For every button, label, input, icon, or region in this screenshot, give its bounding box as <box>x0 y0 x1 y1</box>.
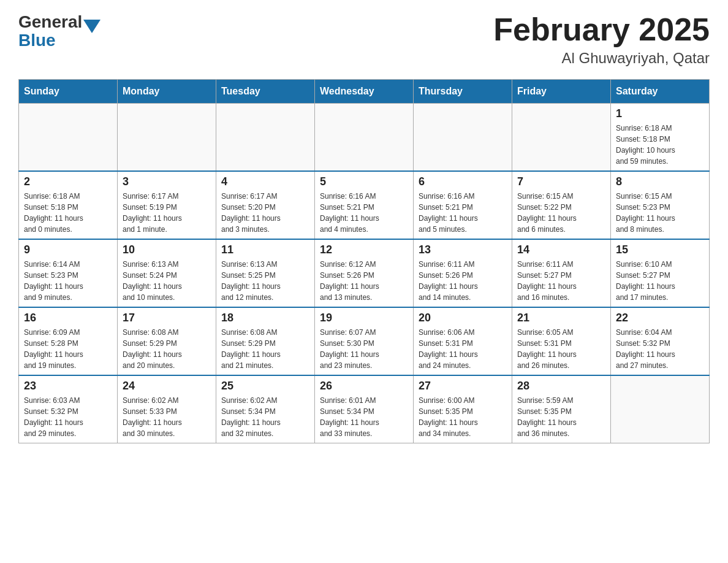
day-info: Sunrise: 6:13 AM Sunset: 5:25 PM Dayligh… <box>221 259 309 303</box>
calendar-cell: 1Sunrise: 6:18 AM Sunset: 5:18 PM Daylig… <box>611 104 710 172</box>
calendar-cell: 11Sunrise: 6:13 AM Sunset: 5:25 PM Dayli… <box>216 239 315 307</box>
header-saturday: Saturday <box>611 80 710 104</box>
calendar-cell <box>315 104 414 172</box>
day-number: 20 <box>419 312 507 324</box>
day-number: 5 <box>320 175 408 188</box>
calendar-cell: 2Sunrise: 6:18 AM Sunset: 5:18 PM Daylig… <box>19 171 118 239</box>
day-info: Sunrise: 6:16 AM Sunset: 5:21 PM Dayligh… <box>320 191 408 235</box>
calendar-subtitle: Al Ghuwayriyah, Qatar <box>493 50 710 67</box>
day-number: 23 <box>24 380 112 393</box>
day-info: Sunrise: 6:05 AM Sunset: 5:31 PM Dayligh… <box>517 327 605 371</box>
day-info: Sunrise: 6:14 AM Sunset: 5:23 PM Dayligh… <box>24 259 112 303</box>
calendar-cell: 18Sunrise: 6:08 AM Sunset: 5:29 PM Dayli… <box>216 307 315 375</box>
calendar-cell <box>611 375 710 443</box>
calendar-cell: 26Sunrise: 6:01 AM Sunset: 5:34 PM Dayli… <box>315 375 414 443</box>
calendar-table: Sunday Monday Tuesday Wednesday Thursday… <box>18 79 710 443</box>
calendar-cell: 3Sunrise: 6:17 AM Sunset: 5:19 PM Daylig… <box>118 171 216 239</box>
day-info: Sunrise: 6:07 AM Sunset: 5:30 PM Dayligh… <box>320 327 408 371</box>
calendar-cell: 7Sunrise: 6:15 AM Sunset: 5:22 PM Daylig… <box>512 171 611 239</box>
calendar-cell: 23Sunrise: 6:03 AM Sunset: 5:32 PM Dayli… <box>19 375 118 443</box>
day-number: 26 <box>320 380 408 393</box>
day-number: 9 <box>24 243 112 256</box>
day-info: Sunrise: 6:15 AM Sunset: 5:23 PM Dayligh… <box>616 191 704 235</box>
day-info: Sunrise: 6:04 AM Sunset: 5:32 PM Dayligh… <box>616 327 704 371</box>
day-number: 8 <box>616 175 704 188</box>
day-info: Sunrise: 6:13 AM Sunset: 5:24 PM Dayligh… <box>123 259 211 303</box>
calendar-cell: 9Sunrise: 6:14 AM Sunset: 5:23 PM Daylig… <box>19 239 118 307</box>
day-number: 18 <box>221 312 309 324</box>
calendar-cell: 6Sunrise: 6:16 AM Sunset: 5:21 PM Daylig… <box>414 171 512 239</box>
calendar-cell <box>512 104 611 172</box>
day-info: Sunrise: 6:17 AM Sunset: 5:19 PM Dayligh… <box>123 191 211 235</box>
day-number: 10 <box>123 243 211 256</box>
day-info: Sunrise: 6:17 AM Sunset: 5:20 PM Dayligh… <box>221 191 309 235</box>
day-info: Sunrise: 6:08 AM Sunset: 5:29 PM Dayligh… <box>221 327 309 371</box>
day-number: 7 <box>517 175 605 188</box>
calendar-cell: 17Sunrise: 6:08 AM Sunset: 5:29 PM Dayli… <box>118 307 216 375</box>
day-number: 12 <box>320 243 408 256</box>
day-info: Sunrise: 6:11 AM Sunset: 5:26 PM Dayligh… <box>419 259 507 303</box>
calendar-cell: 19Sunrise: 6:07 AM Sunset: 5:30 PM Dayli… <box>315 307 414 375</box>
day-number: 14 <box>517 243 605 256</box>
header-friday: Friday <box>512 80 611 104</box>
day-info: Sunrise: 6:01 AM Sunset: 5:34 PM Dayligh… <box>320 395 408 439</box>
header-sunday: Sunday <box>19 80 118 104</box>
calendar-cell: 28Sunrise: 5:59 AM Sunset: 5:35 PM Dayli… <box>512 375 611 443</box>
calendar-cell: 13Sunrise: 6:11 AM Sunset: 5:26 PM Dayli… <box>414 239 512 307</box>
header-monday: Monday <box>118 80 216 104</box>
day-number: 24 <box>123 380 211 393</box>
calendar-week-5: 23Sunrise: 6:03 AM Sunset: 5:32 PM Dayli… <box>19 375 710 443</box>
calendar-cell: 22Sunrise: 6:04 AM Sunset: 5:32 PM Dayli… <box>611 307 710 375</box>
calendar-week-1: 1Sunrise: 6:18 AM Sunset: 5:18 PM Daylig… <box>19 104 710 172</box>
calendar-cell: 15Sunrise: 6:10 AM Sunset: 5:27 PM Dayli… <box>611 239 710 307</box>
calendar-cell <box>216 104 315 172</box>
day-number: 21 <box>517 312 605 324</box>
calendar-title-block: February 2025 Al Ghuwayriyah, Qatar <box>493 12 710 67</box>
logo-blue-text: Blue <box>18 31 100 50</box>
calendar-week-4: 16Sunrise: 6:09 AM Sunset: 5:28 PM Dayli… <box>19 307 710 375</box>
calendar-cell: 12Sunrise: 6:12 AM Sunset: 5:26 PM Dayli… <box>315 239 414 307</box>
day-number: 6 <box>419 175 507 188</box>
day-info: Sunrise: 6:03 AM Sunset: 5:32 PM Dayligh… <box>24 395 112 439</box>
calendar-title: February 2025 <box>493 12 710 47</box>
day-info: Sunrise: 6:16 AM Sunset: 5:21 PM Dayligh… <box>419 191 507 235</box>
calendar-cell: 8Sunrise: 6:15 AM Sunset: 5:23 PM Daylig… <box>611 171 710 239</box>
calendar-cell: 27Sunrise: 6:00 AM Sunset: 5:35 PM Dayli… <box>414 375 512 443</box>
day-number: 1 <box>616 107 704 120</box>
day-info: Sunrise: 6:18 AM Sunset: 5:18 PM Dayligh… <box>616 123 704 167</box>
header-tuesday: Tuesday <box>216 80 315 104</box>
calendar-cell: 20Sunrise: 6:06 AM Sunset: 5:31 PM Dayli… <box>414 307 512 375</box>
logo: General Blue <box>18 12 100 50</box>
logo-general-text: General <box>18 12 82 32</box>
day-number: 4 <box>221 175 309 188</box>
day-number: 19 <box>320 312 408 324</box>
day-number: 2 <box>24 175 112 188</box>
day-number: 3 <box>123 175 211 188</box>
day-number: 16 <box>24 312 112 324</box>
day-number: 17 <box>123 312 211 324</box>
calendar-cell: 14Sunrise: 6:11 AM Sunset: 5:27 PM Dayli… <box>512 239 611 307</box>
calendar-cell <box>414 104 512 172</box>
day-info: Sunrise: 6:08 AM Sunset: 5:29 PM Dayligh… <box>123 327 211 371</box>
calendar-cell <box>118 104 216 172</box>
day-number: 25 <box>221 380 309 393</box>
calendar-cell: 25Sunrise: 6:02 AM Sunset: 5:34 PM Dayli… <box>216 375 315 443</box>
day-number: 13 <box>419 243 507 256</box>
day-info: Sunrise: 5:59 AM Sunset: 5:35 PM Dayligh… <box>517 395 605 439</box>
day-info: Sunrise: 6:06 AM Sunset: 5:31 PM Dayligh… <box>419 327 507 371</box>
day-info: Sunrise: 6:10 AM Sunset: 5:27 PM Dayligh… <box>616 259 704 303</box>
header-thursday: Thursday <box>414 80 512 104</box>
day-info: Sunrise: 6:00 AM Sunset: 5:35 PM Dayligh… <box>419 395 507 439</box>
calendar-week-3: 9Sunrise: 6:14 AM Sunset: 5:23 PM Daylig… <box>19 239 710 307</box>
day-info: Sunrise: 6:12 AM Sunset: 5:26 PM Dayligh… <box>320 259 408 303</box>
calendar-cell: 16Sunrise: 6:09 AM Sunset: 5:28 PM Dayli… <box>19 307 118 375</box>
calendar-cell: 10Sunrise: 6:13 AM Sunset: 5:24 PM Dayli… <box>118 239 216 307</box>
day-number: 28 <box>517 380 605 393</box>
calendar-cell: 4Sunrise: 6:17 AM Sunset: 5:20 PM Daylig… <box>216 171 315 239</box>
header-wednesday: Wednesday <box>315 80 414 104</box>
day-info: Sunrise: 6:15 AM Sunset: 5:22 PM Dayligh… <box>517 191 605 235</box>
calendar-cell: 24Sunrise: 6:02 AM Sunset: 5:33 PM Dayli… <box>118 375 216 443</box>
day-number: 22 <box>616 312 704 324</box>
day-info: Sunrise: 6:02 AM Sunset: 5:34 PM Dayligh… <box>221 395 309 439</box>
calendar-cell: 5Sunrise: 6:16 AM Sunset: 5:21 PM Daylig… <box>315 171 414 239</box>
